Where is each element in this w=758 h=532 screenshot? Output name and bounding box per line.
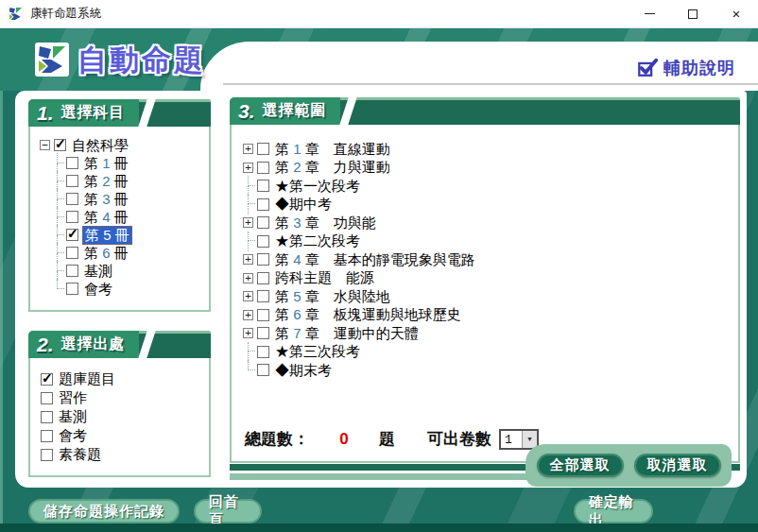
combobox-value[interactable]: 1 [501,431,522,448]
checkbox[interactable] [41,430,53,442]
save-log-button[interactable]: 儲存命題操作記錄 [28,499,180,523]
tree-item-label[interactable]: ◆期中考 [273,196,334,213]
tree-item-label[interactable]: 第 4 冊 [82,209,130,226]
checkbox[interactable]: ✓ [66,229,78,241]
checkbox[interactable] [257,198,269,211]
expand-expander-icon[interactable]: + [243,217,253,228]
tree-item-label[interactable]: 第 3 章 功與能 [273,215,378,232]
checkbox[interactable] [66,247,78,259]
tree-item: ★第一次段考 [243,177,738,196]
expand-expander-icon[interactable]: + [243,273,253,283]
tree-item: 基測 [52,262,209,280]
checkbox[interactable] [66,193,78,205]
action-tray: 全部選取 取消選取 [525,444,732,487]
tree-connector-icon [52,280,65,298]
close-icon: × [732,7,741,21]
checkbox[interactable]: ✓ [41,373,53,386]
expand-expander-icon[interactable]: + [243,163,253,173]
checkbox[interactable] [257,180,269,192]
tree-item-label[interactable]: 第 2 冊 [82,173,130,190]
maximize-button[interactable] [671,0,715,28]
tree-item-label[interactable]: 題庫題目 [57,370,117,387]
tree-item: 第 6 冊 [52,244,209,262]
tree-item-label[interactable]: 第 1 章 直線運動 [273,141,392,158]
tree-item: +第 3 章 功與能 [243,214,738,232]
combobox-arrow-button[interactable]: ▼ [522,431,537,448]
checkbox[interactable] [257,216,269,229]
tree-item-label[interactable]: 會考 [57,427,89,444]
help-button[interactable]: 輔助說明 [637,57,735,79]
tree-item-label[interactable]: 會考 [82,281,114,298]
checkbox[interactable] [257,235,269,248]
collapse-expander-icon[interactable]: − [40,140,50,150]
content-card: 1. 選擇科目 −✓自然科學 第 1 冊第 2 冊第 3 冊第 4 冊✓第 5 … [15,91,747,488]
tree-item-label[interactable]: 基測 [57,408,89,425]
expand-expander-icon[interactable]: + [243,254,253,265]
tree-item-label[interactable]: ◆期末考 [273,362,334,379]
header-divider [223,83,758,85]
checkbox[interactable] [257,364,269,376]
select-all-button[interactable]: 全部選取 [537,454,624,477]
tree-connector-icon [52,262,65,280]
checkbox[interactable] [257,143,269,155]
panel-number: 2. [37,334,54,356]
tree-item-label[interactable]: 自然科學 [70,137,130,154]
tree-item: 會考 [52,280,209,298]
help-check-icon [637,58,658,78]
tree-item-label[interactable]: 第 5 章 水與陸地 [273,288,392,305]
tree-item-label[interactable]: ★第一次段考 [273,178,362,195]
tree-item-label[interactable]: 基測 [82,263,114,280]
checkbox[interactable] [41,449,53,461]
tree-item-label[interactable]: 第 5 冊 [82,226,132,245]
tree-connector-icon [243,177,256,196]
tree-item-label[interactable]: 跨科主題 能源 [273,269,376,286]
minimize-icon [645,13,655,14]
checkbox[interactable] [41,411,53,423]
total-value: 0 [309,430,379,449]
home-button[interactable]: 回首頁 [194,499,262,523]
papers-combobox[interactable]: 1 ▼ [499,429,539,450]
tree-item-label[interactable]: 第 3 冊 [82,191,130,208]
close-button[interactable]: × [715,0,758,28]
tree-item-label[interactable]: ★第二次段考 [273,232,362,249]
tree-item-label[interactable]: 第 4 章 基本的靜電現象與電路 [273,251,477,268]
tree-item-label[interactable]: 第 6 冊 [82,245,130,262]
checkbox[interactable] [66,283,78,295]
tree-item-label[interactable]: 第 7 章 運動中的天體 [273,325,421,342]
tree-item: ★第二次段考 [243,232,738,251]
panel-header: 1. 選擇科目 [28,99,211,127]
checkbox[interactable] [257,346,269,358]
tree-item-label[interactable]: 第 6 章 板塊運動與地球歷史 [273,306,463,323]
checkbox[interactable] [257,253,269,266]
expand-expander-icon[interactable]: + [243,291,253,301]
expand-expander-icon[interactable]: + [243,144,253,154]
tree-item-label[interactable]: 素養題 [57,446,103,463]
checkbox[interactable] [257,327,269,339]
checkbox[interactable] [66,157,78,169]
checkbox[interactable] [257,309,269,321]
expand-expander-icon[interactable]: + [243,328,253,338]
confirm-button[interactable]: 確定輸出 [574,499,653,523]
tree-item-label[interactable]: 習作 [57,389,89,406]
minimize-button[interactable] [628,0,671,28]
tree-item: +第 2 章 力與運動 [243,159,738,178]
checkbox[interactable] [41,392,53,404]
tree-item-label[interactable]: ★第三次段考 [273,343,362,360]
checkbox[interactable] [66,211,78,223]
checkbox[interactable] [66,175,78,187]
expand-expander-icon[interactable]: + [243,310,253,320]
checkbox[interactable] [257,290,269,302]
subject-tree-children: 第 1 冊第 2 冊第 3 冊第 4 冊✓第 5 冊第 6 冊基測會考 [30,154,209,298]
checkbox[interactable]: ✓ [54,139,66,151]
tree-connector-icon [52,172,65,190]
checkbox[interactable] [66,265,78,277]
checkbox[interactable] [257,272,269,284]
help-label: 輔助說明 [663,57,735,79]
tree-connector-icon [52,208,65,226]
tree-item-label[interactable]: 第 1 冊 [82,155,130,172]
tree-item: +第 5 章 水與陸地 [243,287,738,306]
deselect-button[interactable]: 取消選取 [634,454,721,477]
dropdown-arrow-icon: ▼ [526,436,533,442]
checkbox[interactable] [257,162,269,174]
tree-item-label[interactable]: 第 2 章 力與運動 [273,159,392,176]
